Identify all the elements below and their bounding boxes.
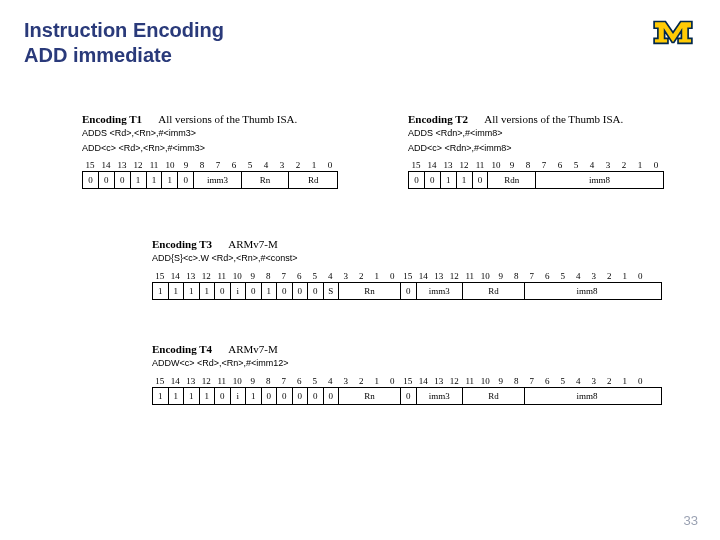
bit-label: 9	[178, 160, 194, 171]
bit-labels: 1514131211109876543210	[408, 160, 664, 171]
bit-label: 11	[462, 376, 478, 387]
bit-label: 5	[307, 376, 323, 387]
bit-label: 5	[307, 271, 323, 282]
bit-label: 3	[274, 160, 290, 171]
bit-label: 7	[276, 271, 292, 282]
bit-field: Rn	[339, 283, 401, 299]
bit-field: 0	[324, 388, 340, 404]
bit-label: 0	[385, 376, 401, 387]
bit-field: 0	[99, 172, 115, 188]
bit-label: 14	[424, 160, 440, 171]
bit-field: imm3	[417, 283, 464, 299]
bit-label: 3	[586, 271, 602, 282]
encoding-name: Encoding T2	[408, 113, 468, 125]
encoding-versions: ARMv7-M	[228, 343, 278, 355]
bit-labels: 1514131211109876543210151413121110987654…	[152, 271, 662, 282]
bit-field: 0	[215, 283, 231, 299]
bit-field: 1	[184, 388, 200, 404]
bit-label: 12	[130, 160, 146, 171]
bit-field: 0	[277, 283, 293, 299]
bit-label: 8	[509, 271, 525, 282]
bit-field: 1	[147, 172, 163, 188]
bit-label: 15	[408, 160, 424, 171]
encoding-t1: Encoding T1 All versions of the Thumb IS…	[82, 113, 338, 189]
bit-field: Rn	[339, 388, 401, 404]
bit-label: 8	[194, 160, 210, 171]
bit-label: 1	[306, 160, 322, 171]
bit-field: 0	[178, 172, 194, 188]
bit-label: 2	[354, 271, 370, 282]
bit-label: 1	[632, 160, 648, 171]
bit-label: 4	[584, 160, 600, 171]
bit-label: 9	[245, 376, 261, 387]
bit-label: 0	[385, 271, 401, 282]
bit-label: 12	[447, 376, 463, 387]
bit-label: 2	[354, 376, 370, 387]
bit-label: 0	[648, 160, 664, 171]
encoding-name: Encoding T3	[152, 238, 212, 250]
bit-label: 14	[416, 376, 432, 387]
bit-field: 1	[153, 283, 169, 299]
bit-field: 0	[409, 172, 425, 188]
bit-label: 10	[230, 376, 246, 387]
bit-label: 11	[472, 160, 488, 171]
asm-line-1: ADD{S}<c>.W <Rd>,<Rn>,#<const>	[152, 253, 662, 265]
bit-label: 13	[431, 376, 447, 387]
bit-label: 10	[478, 376, 494, 387]
title-line-1: Instruction Encoding	[24, 18, 224, 43]
bit-label: 2	[290, 160, 306, 171]
encoding-versions: ARMv7-M	[228, 238, 278, 250]
bit-field: imm8	[536, 172, 663, 188]
bit-field: 1	[200, 283, 216, 299]
bit-label: 13	[183, 271, 199, 282]
bit-label: 15	[400, 376, 416, 387]
bit-label: 3	[338, 271, 354, 282]
bit-label: 8	[509, 376, 525, 387]
encoding-heading: Encoding T4 ARMv7-M	[152, 343, 662, 355]
bit-field: 0	[262, 388, 278, 404]
bit-label: 8	[261, 376, 277, 387]
bit-label: 5	[555, 376, 571, 387]
encoding-t2: Encoding T2 All versions of the Thumb IS…	[408, 113, 664, 189]
bit-label: 13	[431, 271, 447, 282]
bit-field: 0	[308, 388, 324, 404]
bit-labels: 1514131211109876543210	[82, 160, 338, 171]
bit-field: 0	[83, 172, 99, 188]
asm-line-2: ADD<c> <Rdn>,#<imm8>	[408, 143, 664, 155]
bit-label: 9	[245, 271, 261, 282]
bit-field: imm3	[194, 172, 242, 188]
bit-label: 1	[369, 376, 385, 387]
bit-label: 6	[540, 376, 556, 387]
encoding-heading: Encoding T1 All versions of the Thumb IS…	[82, 113, 338, 125]
bit-label: 3	[600, 160, 616, 171]
bit-label: 3	[586, 376, 602, 387]
bit-label: 10	[478, 271, 494, 282]
bit-label: 0	[633, 376, 649, 387]
bit-label: 12	[447, 271, 463, 282]
bit-label: 0	[322, 160, 338, 171]
bit-label: 10	[230, 271, 246, 282]
bit-label: 7	[536, 160, 552, 171]
bit-field: i	[231, 388, 247, 404]
bit-field: 0	[277, 388, 293, 404]
bit-field: 0	[401, 283, 417, 299]
bit-field: 1	[169, 388, 185, 404]
encoding-name: Encoding T1	[82, 113, 142, 125]
bit-field: 1	[153, 388, 169, 404]
bit-label: 3	[338, 376, 354, 387]
bit-label: 11	[214, 271, 230, 282]
bit-label: 5	[555, 271, 571, 282]
bit-field: 1	[131, 172, 147, 188]
bit-field: Rn	[242, 172, 290, 188]
bit-label: 13	[114, 160, 130, 171]
bit-field: 1	[262, 283, 278, 299]
bit-label: 2	[616, 160, 632, 171]
bit-label: 6	[292, 376, 308, 387]
asm-line-1: ADDS <Rd>,<Rn>,#<imm3>	[82, 128, 338, 140]
bit-label: 4	[258, 160, 274, 171]
bit-label: 6	[552, 160, 568, 171]
bit-field: 0	[293, 388, 309, 404]
bit-label: 12	[456, 160, 472, 171]
bit-label: 1	[617, 271, 633, 282]
bit-label: 12	[199, 376, 215, 387]
